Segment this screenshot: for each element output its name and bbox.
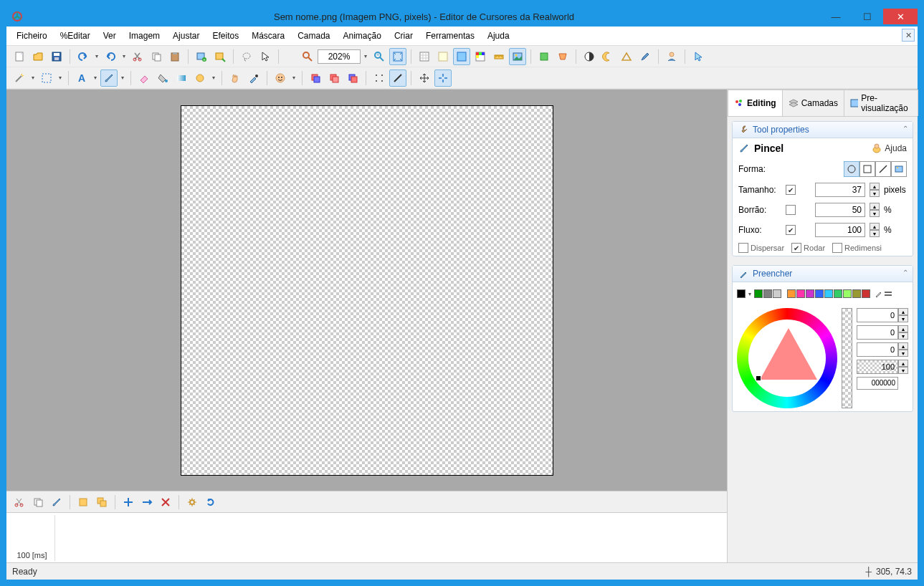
swatch[interactable] <box>806 289 814 298</box>
pointer-icon[interactable] <box>257 48 274 65</box>
swatch[interactable] <box>862 289 870 298</box>
swatch[interactable] <box>843 289 852 298</box>
eraser-icon[interactable] <box>135 69 153 87</box>
frame-gear-icon[interactable] <box>184 494 201 511</box>
contrast-icon[interactable] <box>581 48 598 65</box>
fluxo-check[interactable]: ✔ <box>786 225 796 235</box>
face-dropdown[interactable]: ▾ <box>290 69 297 87</box>
face-icon[interactable] <box>272 69 289 87</box>
alpha-slider[interactable] <box>842 308 852 408</box>
frame-prev-icon[interactable] <box>120 494 137 511</box>
shape-custom[interactable] <box>891 161 907 177</box>
tamanho-check[interactable]: ✔ <box>786 185 796 195</box>
menu-criar[interactable]: Criar <box>389 28 419 44</box>
color-hex[interactable]: 000000 <box>857 377 898 390</box>
hand-icon[interactable] <box>227 69 244 87</box>
paste-icon[interactable] <box>166 48 184 65</box>
frame-insert-icon[interactable] <box>75 494 92 511</box>
canvas-fill-icon[interactable] <box>453 48 470 65</box>
swatch[interactable] <box>787 289 796 298</box>
crosshair-icon[interactable] <box>434 69 452 87</box>
tab-camadas[interactable]: Camadas <box>782 90 844 116</box>
zoom-reset-icon[interactable] <box>299 48 316 65</box>
zoom-input[interactable]: 202% <box>318 49 361 64</box>
menu-ferramentas[interactable]: Ferramentas <box>420 28 480 44</box>
minimize-button[interactable]: — <box>820 9 852 24</box>
shape-square[interactable] <box>859 161 875 177</box>
new-file-icon[interactable] <box>11 48 28 65</box>
tab-editing[interactable]: Editing <box>728 90 783 116</box>
close-document-button[interactable]: ✕ <box>902 29 915 42</box>
tamanho-input[interactable]: 37 <box>815 183 865 197</box>
collapse-icon[interactable]: ⌃ <box>902 125 908 133</box>
color-marker[interactable] <box>756 375 761 381</box>
swatch[interactable] <box>834 289 842 298</box>
wand-icon[interactable] <box>11 69 28 87</box>
color-wheel[interactable] <box>737 308 837 408</box>
frame-paste-icon[interactable] <box>48 494 65 511</box>
grid-color-icon[interactable] <box>472 48 489 65</box>
opt-rodar[interactable]: ✔Rodar <box>791 243 825 253</box>
borrao-spinner[interactable]: ▲▼ <box>870 203 880 217</box>
cut-icon[interactable] <box>129 48 146 65</box>
canvas-viewport[interactable] <box>6 90 727 491</box>
mode-line-icon[interactable] <box>389 69 406 87</box>
borrao-input[interactable]: 50 <box>815 203 865 217</box>
swatch-menu-icon[interactable] <box>884 289 892 298</box>
bucket-icon[interactable] <box>154 69 171 87</box>
frame-next-icon[interactable] <box>138 494 156 511</box>
spin[interactable]: ▲▼ <box>898 360 908 374</box>
collapse-icon[interactable]: ⌃ <box>902 269 908 277</box>
redo-icon[interactable] <box>102 48 119 65</box>
canvas-icon[interactable] <box>434 48 452 65</box>
layers-c-icon[interactable] <box>344 69 361 87</box>
panel-header[interactable]: Tool properties ⌃ <box>733 122 913 138</box>
shape-dropdown[interactable]: ▾ <box>210 69 217 87</box>
panel-header[interactable]: Preencher ⌃ <box>733 266 913 282</box>
swatch[interactable] <box>773 289 781 298</box>
maximize-button[interactable]: ☐ <box>852 9 883 24</box>
spin[interactable]: ▲▼ <box>898 325 908 340</box>
menu-ficheiro[interactable]: Ficheiro <box>11 28 53 44</box>
save-file-icon[interactable] <box>48 48 65 65</box>
shape-icon[interactable] <box>191 69 209 87</box>
menu-ajuda[interactable]: Ajuda <box>482 28 515 44</box>
text-icon[interactable]: A <box>73 69 90 87</box>
spin[interactable]: ▲▼ <box>898 308 908 322</box>
menu-animacao[interactable]: Animação <box>338 28 387 44</box>
menu-imagem[interactable]: Imagem <box>123 28 166 44</box>
layer-orange-icon[interactable] <box>554 48 571 65</box>
eyedropper-icon[interactable] <box>245 69 262 87</box>
color-r[interactable]: 0 <box>857 308 898 322</box>
frame-loop-icon[interactable] <box>202 494 219 511</box>
eyedropper-small-icon[interactable] <box>875 289 883 298</box>
open-file-icon[interactable] <box>29 48 47 65</box>
opt-redim[interactable]: Redimensi <box>832 243 882 253</box>
color-b[interactable]: 0 <box>857 342 898 357</box>
user-icon[interactable] <box>663 48 680 65</box>
color-a[interactable]: 100 <box>857 360 898 374</box>
brush2-icon[interactable] <box>637 48 654 65</box>
canvas[interactable] <box>181 105 553 476</box>
frames-strip[interactable]: 100 [ms] <box>6 512 727 562</box>
menu-camada[interactable]: Camada <box>292 28 335 44</box>
select-icon[interactable] <box>38 69 55 87</box>
moon-icon[interactable] <box>599 48 616 65</box>
tab-preview[interactable]: Pre-visualização <box>844 90 918 116</box>
lasso-icon[interactable] <box>238 48 255 65</box>
layers-a-icon[interactable] <box>307 69 324 87</box>
menu-efeitos[interactable]: Efeitos <box>206 28 244 44</box>
image-add-icon[interactable]: + <box>193 48 210 65</box>
frame-cell[interactable]: 100 [ms] <box>9 515 55 561</box>
layer-green-icon[interactable] <box>535 48 553 65</box>
close-button[interactable]: ✕ <box>883 9 918 24</box>
move-icon[interactable] <box>416 69 433 87</box>
mode-dots-icon[interactable] <box>371 69 388 87</box>
undo-dropdown[interactable]: ▾ <box>93 48 100 65</box>
help-link[interactable]: Ajuda <box>872 143 907 153</box>
select-dropdown[interactable]: ▾ <box>57 69 64 87</box>
menu-ajustar[interactable]: Ajustar <box>167 28 205 44</box>
brush-dropdown[interactable]: ▾ <box>119 69 126 87</box>
cursor-tool-icon[interactable] <box>690 48 707 65</box>
swatch[interactable] <box>824 289 833 298</box>
